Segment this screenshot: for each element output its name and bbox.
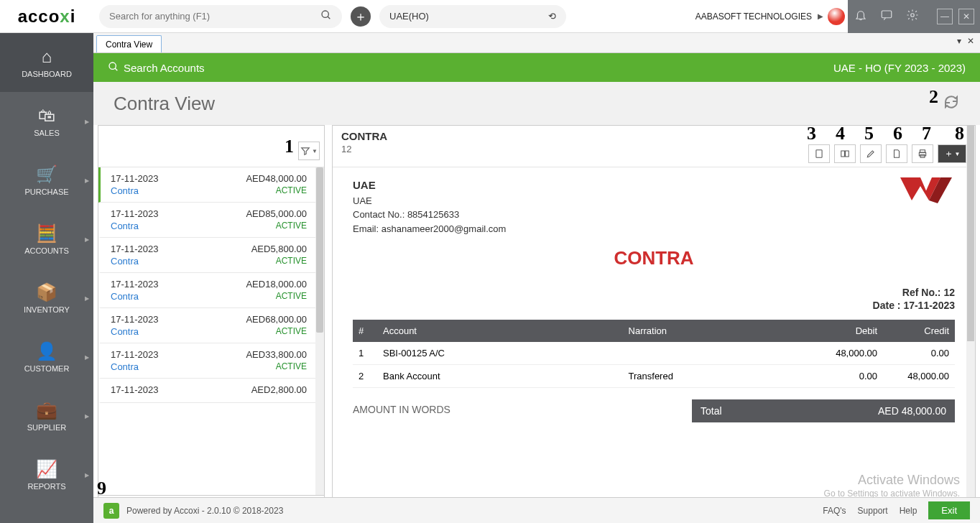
tab-dropdown-icon[interactable]: ▾: [957, 36, 961, 46]
tab-close-icon[interactable]: ✕: [967, 36, 974, 46]
chat-icon[interactable]: [879, 9, 894, 24]
chevron-right-icon: ▶: [818, 12, 823, 20]
list-item[interactable]: 17-11-2023AED2,800.00: [98, 379, 315, 403]
sidebar-label: SUPPLIER: [27, 423, 66, 432]
list-panel: 1 ▼ 17-11-2023AED48,000.00ContraACTIVE17…: [98, 125, 325, 519]
company-email: ashanameer2000@gmail.com: [382, 223, 507, 234]
svg-point-0: [322, 11, 328, 17]
annotation-4: 4: [836, 123, 845, 144]
total-label: Total: [701, 405, 722, 417]
briefcase-icon: 💼: [36, 400, 57, 420]
chevron-right-icon: ▶: [85, 472, 89, 478]
company-logo: [897, 175, 955, 206]
edit-button[interactable]: [860, 144, 882, 163]
filter-button[interactable]: ▼: [298, 142, 320, 160]
chart-icon: 📈: [36, 459, 57, 479]
gear-icon[interactable]: [905, 9, 920, 24]
branch-selector[interactable]: UAE(HO) ⟲: [379, 5, 566, 28]
sidebar-item-sales[interactable]: 🛍 SALES ▶: [0, 92, 93, 151]
calculator-icon: 🧮: [36, 223, 57, 244]
col-account: Account: [377, 320, 623, 342]
global-search[interactable]: [99, 5, 342, 28]
pdf-button[interactable]: [886, 144, 907, 163]
sidebar-item-purchase[interactable]: 🛒 PURCHASE ▶: [0, 151, 93, 210]
main-area: Contra View ▾ ✕ Search Accounts UAE - HO…: [93, 33, 980, 523]
scroll-thumb[interactable]: [967, 126, 974, 341]
annotation-6: 6: [893, 123, 902, 144]
sidebar-label: ACCOUNTS: [24, 246, 69, 255]
attachment-button[interactable]: [808, 144, 830, 163]
chevron-right-icon: ▶: [85, 354, 89, 361]
exit-button[interactable]: Exit: [928, 501, 970, 519]
footer: a Powered by Accoxi - 2.0.10 © 2018-2023…: [93, 497, 980, 523]
add-new-button[interactable]: ＋ ▼: [938, 144, 966, 163]
support-link[interactable]: Support: [858, 506, 888, 516]
avatar[interactable]: [828, 8, 845, 25]
branch-label: UAE(HO): [389, 11, 429, 22]
svg-point-4: [109, 63, 116, 69]
detail-panel: CONTRA 12 3 4 5 6 7 8: [332, 125, 976, 519]
sidebar-label: INVENTORY: [24, 305, 70, 314]
svg-line-5: [115, 68, 117, 70]
scroll-thumb[interactable]: [316, 167, 323, 333]
bell-icon[interactable]: [854, 9, 868, 24]
search-accounts-link[interactable]: Search Accounts: [124, 62, 205, 74]
journal-button[interactable]: [834, 144, 856, 163]
scrollbar[interactable]: [315, 167, 324, 495]
box-icon: 📦: [36, 282, 57, 302]
search-input[interactable]: [109, 11, 320, 22]
company-contact: 8854125633: [407, 209, 459, 220]
chevron-right-icon: ▶: [85, 119, 89, 125]
help-link[interactable]: Help: [900, 506, 917, 516]
chevron-down-icon: ▼: [955, 151, 961, 157]
list-header: 1 ▼: [98, 126, 324, 167]
annotation-2: 2: [929, 86, 938, 108]
svg-rect-2: [882, 11, 892, 18]
minimize-button[interactable]: —: [937, 9, 953, 24]
col-index: #: [353, 320, 377, 342]
sidebar-label: CUSTOMER: [24, 364, 70, 373]
svg-rect-6: [816, 150, 822, 158]
sidebar-item-dashboard[interactable]: ⌂ DASHBOARD: [0, 33, 93, 92]
header-toolbar: — ✕: [848, 0, 980, 33]
svg-line-1: [328, 17, 330, 19]
page-title: Contra View: [114, 93, 215, 115]
sidebar-item-customer[interactable]: 👤 CUSTOMER ▶: [0, 328, 93, 387]
list-item[interactable]: 17-11-2023AED33,800.00ContraACTIVE: [98, 343, 315, 379]
col-debit: Debit: [811, 320, 883, 342]
amount-in-words-label: AMOUNT IN WORDS: [353, 399, 692, 422]
context-bar: Search Accounts UAE - HO (FY 2023 - 2023…: [93, 53, 980, 82]
scrollbar[interactable]: [966, 126, 975, 518]
sidebar-label: DASHBOARD: [22, 70, 72, 78]
total-box: Total AED 48,000.00: [692, 399, 955, 422]
list-item[interactable]: 17-11-2023AED18,000.00ContraACTIVE: [98, 273, 315, 308]
close-button[interactable]: ✕: [958, 9, 974, 24]
sidebar-item-reports[interactable]: 📈 REPORTS ▶: [0, 445, 93, 504]
document-title: CONTRA: [353, 247, 955, 269]
tab-contra-view[interactable]: Contra View: [96, 35, 162, 52]
app-header: accoxi ＋ UAE(HO) ⟲ AABASOFT TECHNOLOGIES…: [0, 0, 980, 33]
sidebar-item-supplier[interactable]: 💼 SUPPLIER ▶: [0, 387, 93, 445]
entries-table: # Account Narration Debit Credit 1SBI-00…: [353, 320, 955, 388]
list-item[interactable]: 17-11-2023AED48,000.00ContraACTIVE: [98, 167, 315, 203]
company-name[interactable]: AABASOFT TECHNOLOGIES: [695, 11, 812, 22]
annotation-3: 3: [807, 123, 816, 144]
page-title-row: Contra View 2: [93, 82, 980, 125]
search-icon[interactable]: [320, 9, 332, 24]
sync-icon[interactable]: ⟲: [548, 11, 556, 22]
refresh-button[interactable]: 2: [943, 93, 960, 114]
list-item[interactable]: 17-11-2023AED5,800.00ContraACTIVE: [98, 238, 315, 273]
total-value: AED 48,000.00: [878, 405, 946, 417]
search-icon[interactable]: [108, 61, 119, 75]
sidebar-label: REPORTS: [28, 482, 66, 491]
faqs-link[interactable]: FAQ's: [823, 506, 846, 516]
add-button[interactable]: ＋: [351, 6, 371, 27]
annotation-8: 8: [955, 123, 964, 144]
cart-icon: 🛒: [36, 165, 57, 185]
list-scroll[interactable]: 17-11-2023AED48,000.00ContraACTIVE17-11-…: [98, 167, 315, 495]
sidebar-item-inventory[interactable]: 📦 INVENTORY ▶: [0, 269, 93, 328]
list-item[interactable]: 17-11-2023AED85,000.00ContraACTIVE: [98, 203, 315, 238]
sidebar-item-accounts[interactable]: 🧮 ACCOUNTS ▶: [0, 210, 93, 269]
list-item[interactable]: 17-11-2023AED68,000.00ContraACTIVE: [98, 308, 315, 343]
print-button[interactable]: [912, 144, 933, 163]
